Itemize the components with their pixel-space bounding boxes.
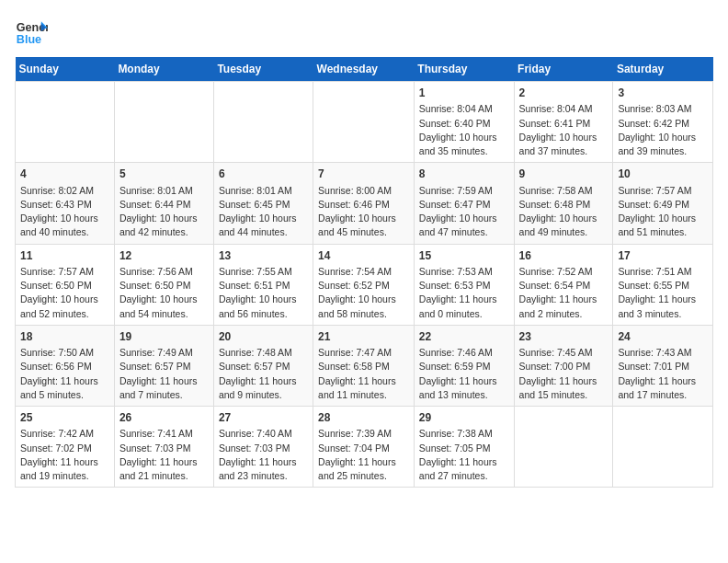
day-info: Sunset: 7:05 PM <box>419 442 509 455</box>
day-number: 11 <box>20 248 109 264</box>
day-number: 21 <box>318 329 409 345</box>
day-number: 25 <box>20 410 109 426</box>
day-info: Daylight: 10 hours and 45 minutes. <box>318 212 409 239</box>
day-cell: 16Sunrise: 7:52 AMSunset: 6:54 PMDayligh… <box>514 244 613 325</box>
day-number: 2 <box>519 86 609 101</box>
day-info: Sunrise: 7:59 AM <box>419 184 509 198</box>
day-cell <box>114 82 213 163</box>
day-cell: 14Sunrise: 7:54 AMSunset: 6:52 PMDayligh… <box>313 244 415 325</box>
day-info: Daylight: 11 hours and 0 minutes. <box>419 293 509 320</box>
day-info: Sunrise: 7:42 AM <box>20 427 109 441</box>
day-cell: 21Sunrise: 7:47 AMSunset: 6:58 PMDayligh… <box>313 325 415 406</box>
day-info: Sunset: 6:50 PM <box>20 279 109 293</box>
day-number: 15 <box>419 248 509 264</box>
week-row-4: 18Sunrise: 7:50 AMSunset: 6:56 PMDayligh… <box>16 325 713 406</box>
day-info: Daylight: 11 hours and 13 minutes. <box>419 374 509 402</box>
day-cell: 20Sunrise: 7:48 AMSunset: 6:57 PMDayligh… <box>213 325 313 406</box>
day-cell <box>613 407 713 488</box>
day-number: 3 <box>618 86 708 101</box>
day-number: 16 <box>519 248 609 264</box>
day-info: Daylight: 11 hours and 3 minutes. <box>618 293 708 320</box>
day-info: Sunrise: 7:54 AM <box>318 265 409 279</box>
day-info: Sunset: 6:55 PM <box>618 279 708 293</box>
week-row-2: 4Sunrise: 8:02 AMSunset: 6:43 PMDaylight… <box>16 163 713 244</box>
day-info: Daylight: 10 hours and 44 minutes. <box>219 212 308 239</box>
day-info: Daylight: 10 hours and 49 minutes. <box>519 212 609 239</box>
day-info: Sunset: 6:43 PM <box>20 198 109 212</box>
day-cell: 4Sunrise: 8:02 AMSunset: 6:43 PMDaylight… <box>16 163 115 244</box>
day-cell: 19Sunrise: 7:49 AMSunset: 6:57 PMDayligh… <box>114 325 213 406</box>
day-info: Daylight: 10 hours and 52 minutes. <box>20 293 109 320</box>
day-info: Sunrise: 8:03 AM <box>618 102 708 116</box>
day-info: Sunset: 7:00 PM <box>519 360 609 373</box>
day-number: 26 <box>119 410 209 426</box>
day-info: Daylight: 11 hours and 7 minutes. <box>119 374 209 402</box>
day-info: Daylight: 11 hours and 19 minutes. <box>20 455 109 483</box>
day-info: Daylight: 11 hours and 5 minutes. <box>20 374 109 402</box>
day-info: Sunset: 6:54 PM <box>519 279 609 293</box>
day-cell: 25Sunrise: 7:42 AMSunset: 7:02 PMDayligh… <box>16 407 115 488</box>
day-cell: 1Sunrise: 8:04 AMSunset: 6:40 PMDaylight… <box>414 82 514 163</box>
day-cell: 9Sunrise: 7:58 AMSunset: 6:48 PMDaylight… <box>514 163 613 244</box>
header-cell-saturday: Saturday <box>613 57 713 82</box>
day-info: Sunrise: 7:55 AM <box>219 265 308 279</box>
day-info: Sunrise: 7:48 AM <box>219 346 308 360</box>
svg-text:Blue: Blue <box>17 33 41 46</box>
day-info: Sunset: 6:59 PM <box>419 360 509 373</box>
day-cell: 26Sunrise: 7:41 AMSunset: 7:03 PMDayligh… <box>114 407 213 488</box>
day-info: Daylight: 11 hours and 17 minutes. <box>618 374 708 402</box>
day-info: Sunset: 6:57 PM <box>119 360 209 373</box>
day-number: 8 <box>419 167 509 182</box>
day-info: Sunrise: 7:40 AM <box>219 427 308 441</box>
day-info: Daylight: 10 hours and 39 minutes. <box>618 131 708 158</box>
header-cell-sunday: Sunday <box>16 57 115 82</box>
day-info: Sunset: 6:48 PM <box>519 198 609 212</box>
header-cell-monday: Monday <box>114 57 213 82</box>
day-info: Sunrise: 7:58 AM <box>519 184 609 198</box>
day-info: Sunset: 6:41 PM <box>519 117 609 131</box>
day-info: Sunrise: 7:41 AM <box>119 427 209 441</box>
day-info: Sunrise: 7:46 AM <box>419 346 509 360</box>
day-cell: 13Sunrise: 7:55 AMSunset: 6:51 PMDayligh… <box>213 244 313 325</box>
day-info: Daylight: 10 hours and 35 minutes. <box>419 131 509 158</box>
day-info: Sunrise: 7:45 AM <box>519 346 609 360</box>
day-number: 12 <box>119 248 209 264</box>
day-info: Sunset: 7:03 PM <box>119 442 209 455</box>
day-info: Sunrise: 7:53 AM <box>419 265 509 279</box>
logo-icon: General Blue <box>15 15 48 48</box>
day-info: Sunset: 6:40 PM <box>419 117 509 131</box>
day-number: 4 <box>20 167 109 182</box>
day-info: Sunrise: 8:04 AM <box>519 102 609 116</box>
day-number: 1 <box>419 86 509 101</box>
day-number: 19 <box>119 329 209 345</box>
day-number: 9 <box>519 167 609 182</box>
day-info: Daylight: 10 hours and 56 minutes. <box>219 293 308 320</box>
day-info: Sunrise: 7:43 AM <box>618 346 708 360</box>
day-info: Sunrise: 8:01 AM <box>219 184 308 198</box>
day-info: Daylight: 11 hours and 25 minutes. <box>318 455 409 483</box>
day-cell: 7Sunrise: 8:00 AMSunset: 6:46 PMDaylight… <box>313 163 415 244</box>
day-cell <box>16 82 115 163</box>
week-row-5: 25Sunrise: 7:42 AMSunset: 7:02 PMDayligh… <box>16 407 713 488</box>
day-info: Sunrise: 7:57 AM <box>618 184 708 198</box>
day-info: Sunrise: 7:56 AM <box>119 265 209 279</box>
day-cell: 3Sunrise: 8:03 AMSunset: 6:42 PMDaylight… <box>613 82 713 163</box>
day-cell: 28Sunrise: 7:39 AMSunset: 7:04 PMDayligh… <box>313 407 415 488</box>
day-number: 22 <box>419 329 509 345</box>
day-info: Sunset: 6:53 PM <box>419 279 509 293</box>
logo: General Blue <box>15 15 51 48</box>
day-cell: 8Sunrise: 7:59 AMSunset: 6:47 PMDaylight… <box>414 163 514 244</box>
day-number: 24 <box>618 329 708 345</box>
day-info: Daylight: 11 hours and 9 minutes. <box>219 374 308 402</box>
day-info: Sunset: 6:49 PM <box>618 198 708 212</box>
day-info: Sunrise: 7:50 AM <box>20 346 109 360</box>
day-info: Daylight: 10 hours and 40 minutes. <box>20 212 109 239</box>
day-info: Daylight: 11 hours and 15 minutes. <box>519 374 609 402</box>
day-cell: 23Sunrise: 7:45 AMSunset: 7:00 PMDayligh… <box>514 325 613 406</box>
day-info: Sunset: 6:44 PM <box>119 198 209 212</box>
day-info: Sunrise: 8:04 AM <box>419 102 509 116</box>
day-cell: 15Sunrise: 7:53 AMSunset: 6:53 PMDayligh… <box>414 244 514 325</box>
day-number: 17 <box>618 248 708 264</box>
day-info: Sunset: 6:47 PM <box>419 198 509 212</box>
day-info: Daylight: 10 hours and 51 minutes. <box>618 212 708 239</box>
